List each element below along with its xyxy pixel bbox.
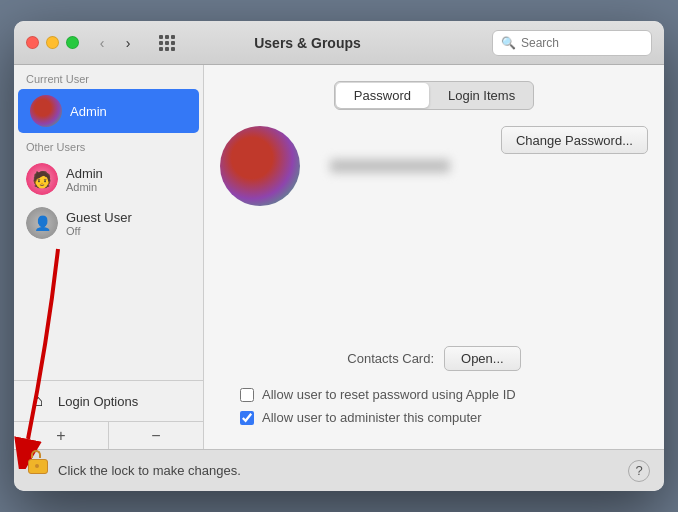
search-icon: 🔍 xyxy=(501,36,516,50)
other-user-item-admin[interactable]: 🧑 Admin Admin xyxy=(14,157,203,201)
tab-password[interactable]: Password xyxy=(336,83,429,108)
other-user-avatar-admin: 🧑 xyxy=(26,163,58,195)
profile-row: Change Password... xyxy=(220,126,648,206)
open-contacts-button[interactable]: Open... xyxy=(444,346,521,371)
tab-group: Password Login Items xyxy=(334,81,534,110)
sidebar-buttons: + − xyxy=(14,421,203,449)
current-user-avatar xyxy=(30,95,62,127)
guest-user-avatar: 👤 xyxy=(26,207,58,239)
profile-avatar xyxy=(220,126,300,206)
other-user-name-admin: Admin xyxy=(66,166,103,181)
lock-icon[interactable] xyxy=(28,459,48,483)
guest-user-role: Off xyxy=(66,225,132,237)
checkbox-row-1: Allow user to reset password using Apple… xyxy=(220,387,648,402)
bottom-bar: Click the lock to make changes. ? xyxy=(14,449,664,491)
remove-user-button[interactable]: − xyxy=(109,422,203,449)
profile-name-blurred xyxy=(330,159,450,173)
add-user-button[interactable]: + xyxy=(14,422,109,449)
tabs-row: Password Login Items xyxy=(220,81,648,110)
back-button[interactable]: ‹ xyxy=(91,32,113,54)
login-options-item[interactable]: ⌂ Login Options xyxy=(14,380,203,421)
bottom-bar-inner: Click the lock to make changes. ? xyxy=(28,459,650,483)
system-preferences-window: ‹ › Users & Groups 🔍 Current User Admin xyxy=(14,21,664,491)
contacts-card-label: Contacts Card: xyxy=(347,351,434,366)
profile-name-area xyxy=(320,159,501,173)
lock-body xyxy=(28,459,48,474)
sidebar: Current User Admin Other Users 🧑 Admin A… xyxy=(14,65,204,449)
maximize-button[interactable] xyxy=(66,36,79,49)
reset-password-label: Allow user to reset password using Apple… xyxy=(262,387,516,402)
home-icon: ⌂ xyxy=(26,389,50,413)
current-user-item[interactable]: Admin xyxy=(18,89,199,133)
administer-checkbox[interactable] xyxy=(240,411,254,425)
other-user-role-admin: Admin xyxy=(66,181,103,193)
lock-keyhole xyxy=(35,464,39,468)
reset-password-checkbox[interactable] xyxy=(240,388,254,402)
close-button[interactable] xyxy=(26,36,39,49)
minimize-button[interactable] xyxy=(46,36,59,49)
contacts-row: Contacts Card: Open... xyxy=(220,346,648,371)
checkbox-row-2: Allow user to administer this computer xyxy=(220,410,648,425)
traffic-lights xyxy=(26,36,79,49)
current-user-name: Admin xyxy=(70,104,107,119)
titlebar: ‹ › Users & Groups 🔍 xyxy=(14,21,664,65)
login-options-label: Login Options xyxy=(58,394,138,409)
click-lock-label: Click the lock to make changes. xyxy=(58,463,241,478)
other-user-info-admin: Admin Admin xyxy=(66,166,103,193)
guest-user-info: Guest User Off xyxy=(66,210,132,237)
change-password-button[interactable]: Change Password... xyxy=(501,126,648,154)
guest-user-item[interactable]: 👤 Guest User Off xyxy=(14,201,203,245)
tab-login-items[interactable]: Login Items xyxy=(430,82,533,109)
search-input[interactable] xyxy=(521,36,641,50)
other-users-section-label: Other Users xyxy=(14,133,203,157)
search-box[interactable]: 🔍 xyxy=(492,30,652,56)
content-area: Current User Admin Other Users 🧑 Admin A… xyxy=(14,65,664,449)
lock-shackle xyxy=(31,450,41,458)
window-title: Users & Groups xyxy=(123,35,492,51)
help-button[interactable]: ? xyxy=(628,460,650,482)
guest-user-name: Guest User xyxy=(66,210,132,225)
main-panel: Password Login Items Change Password... … xyxy=(204,65,664,449)
current-user-info: Admin xyxy=(70,104,107,119)
current-user-section-label: Current User xyxy=(14,65,203,89)
administer-label: Allow user to administer this computer xyxy=(262,410,482,425)
